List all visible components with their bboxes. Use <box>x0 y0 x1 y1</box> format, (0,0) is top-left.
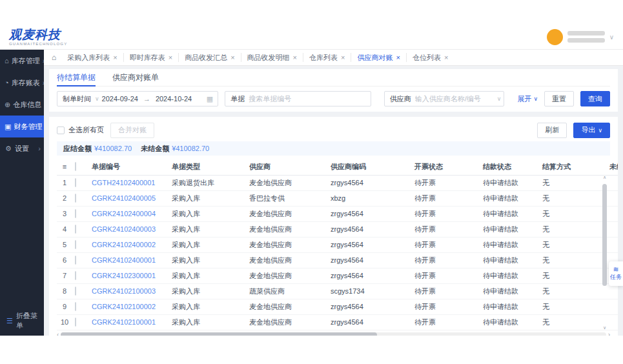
tab-label: 供应商对账 <box>357 53 393 63</box>
row-checkbox[interactable] <box>75 178 76 187</box>
vertical-scrollbar-thumb[interactable] <box>602 184 607 286</box>
horizontal-scrollbar[interactable]: ‹ › <box>57 332 610 336</box>
doc-code-link[interactable]: CGRK24102300001 <box>89 268 169 283</box>
close-icon[interactable]: × <box>230 54 234 61</box>
doc-code-link[interactable]: CGRK24102400002 <box>89 237 169 252</box>
sidebar-item-warehouse-info[interactable]: ⊕ 仓库信息 › <box>0 94 44 116</box>
tab-storage-location-list[interactable]: 仓位列表 × <box>406 53 454 62</box>
supplier-cell: 麦金地供应商 <box>247 221 328 237</box>
settle-status-cell: 待申请结款 <box>480 252 540 268</box>
sidebar-item-inventory-ledger[interactable]: ◔ 库存账表 › <box>0 72 44 94</box>
export-button[interactable]: 导出 ∨ <box>573 123 610 138</box>
row-index: 2 <box>57 190 72 206</box>
doc-type-cell: 采购入库 <box>169 283 247 299</box>
supplier-code-cell: zrgys4564 <box>328 268 412 283</box>
date-to-value[interactable]: 2024-10-24 <box>156 95 192 103</box>
sidebar-item-label: 财务管理 <box>14 122 42 132</box>
row-checkbox[interactable] <box>75 271 76 280</box>
supplier-code-cell: zrgys4564 <box>328 237 412 252</box>
tab-goods-detail[interactable]: 商品收发明细 × <box>241 53 303 62</box>
sidebar-item-inventory-manage[interactable]: ⌂ 库存管理 › <box>0 50 44 72</box>
avatar[interactable] <box>547 29 563 45</box>
horizontal-scrollbar-track[interactable] <box>61 332 606 336</box>
query-button[interactable]: 查询 <box>580 91 610 106</box>
supplier-select-field[interactable]: 供应商 输入供应商名称/编号 ∨ <box>384 91 505 106</box>
col-doc-type: 单据类型 <box>169 159 247 175</box>
date-from-value[interactable]: 2024-09-24 <box>102 95 138 103</box>
doc-code-link[interactable]: CGRK24102100001 <box>89 314 169 330</box>
supplier-cell: 麦金地供应商 <box>247 314 328 330</box>
user-menu[interactable]: ∨ <box>547 29 614 45</box>
document-search-input[interactable]: 搜索单据编号 <box>249 94 291 104</box>
document-search-field[interactable]: 单据 搜索单据编号 <box>225 91 371 106</box>
col-unsettled-amount: 未结金额 <box>607 159 618 175</box>
doc-code-link[interactable]: CGRK24102100002 <box>89 299 169 314</box>
data-table-wrap: ≡ 单据编号 单据类型 供应商 供应商编码 开票状态 结款状态 结算方式 未结金… <box>57 159 618 330</box>
close-icon[interactable]: × <box>169 54 172 61</box>
supplier-select-input[interactable]: 输入供应商名称/编号 <box>415 94 481 104</box>
chevron-down-icon: ∨ <box>598 127 602 134</box>
row-index: 7 <box>57 268 72 283</box>
merge-reconcile-button[interactable]: 合并对账 <box>110 123 154 138</box>
finance-icon: ▣ <box>5 123 11 131</box>
tab-warehouse-list[interactable]: 仓库列表 × <box>303 53 351 62</box>
scroll-up-icon[interactable]: ∧ <box>602 175 607 180</box>
tab-goods-summary[interactable]: 商品收发汇总 × <box>178 53 240 62</box>
sidebar-item-finance-manage[interactable]: ▣ 财务管理 › <box>0 116 44 137</box>
subtab-supplier-statement[interactable]: 供应商对账单 <box>112 69 159 86</box>
doc-type-cell: 采购退货出库 <box>169 175 247 190</box>
doc-code-link[interactable]: CGRK24102400005 <box>89 190 169 206</box>
arrow-right-icon: → <box>143 95 150 103</box>
subtab-pending-settlement[interactable]: 待结算单据 <box>57 69 96 86</box>
date-range-field[interactable]: 制单时间 ∨ 2024-09-24 → 2024-10-24 ▦ <box>57 91 218 106</box>
tab-supplier-reconciliation[interactable]: 供应商对账 × <box>351 53 405 62</box>
home-icon[interactable]: ⌂ <box>52 53 56 62</box>
horizontal-scrollbar-thumb[interactable] <box>61 332 377 336</box>
close-icon[interactable]: × <box>113 54 117 61</box>
doc-code-link[interactable]: CGRK24102100003 <box>89 283 169 299</box>
invoice-status-cell: 待开票 <box>412 206 480 221</box>
reset-button[interactable]: 重置 <box>544 91 574 106</box>
row-checkbox[interactable] <box>75 240 76 249</box>
doc-code-link[interactable]: CGRK24102400004 <box>89 206 169 221</box>
sidebar-item-settings[interactable]: ⚙ 设置 › <box>0 137 44 159</box>
scroll-left-icon[interactable]: ‹ <box>57 332 59 336</box>
row-checkbox[interactable] <box>75 256 76 265</box>
row-checkbox[interactable] <box>75 225 76 234</box>
select-all-checkbox[interactable] <box>57 126 65 134</box>
vertical-scrollbar[interactable]: ∧ ∨ <box>602 175 607 330</box>
supplier-code-cell: zrgys4564 <box>328 206 412 221</box>
tab-realtime-inventory[interactable]: 即时库存表 × <box>123 53 178 62</box>
collapse-menu-button[interactable]: ☰ 折叠菜单 <box>0 312 44 329</box>
scroll-down-icon[interactable]: ∨ <box>602 325 607 330</box>
row-checkbox[interactable] <box>75 194 76 203</box>
column-config-icon[interactable]: ≡ <box>57 159 72 175</box>
close-icon[interactable]: × <box>444 54 448 61</box>
expand-filters-link[interactable]: 展开 ∨ <box>517 94 538 104</box>
row-checkbox[interactable] <box>75 318 76 327</box>
tab-purchase-inbound-list[interactable]: 采购入库列表 × <box>61 53 123 62</box>
row-checkbox[interactable] <box>75 302 76 311</box>
doc-type-cell: 采购入库 <box>169 206 247 221</box>
col-supplier-code: 供应商编码 <box>328 159 412 175</box>
due-amount-label: 应结金额 <box>63 144 92 154</box>
doc-code-link[interactable]: CGRK24102400003 <box>89 221 169 237</box>
task-float-button[interactable]: ≋ 任务 <box>609 261 623 286</box>
supplier-cell: 麦金地供应商 <box>247 268 328 283</box>
settle-method-cell: 无 <box>540 175 607 190</box>
row-checkbox[interactable] <box>75 209 76 218</box>
unsettled-amount-cell <box>607 206 618 221</box>
header-checkbox[interactable] <box>75 162 76 171</box>
refresh-button[interactable]: 刷新 <box>537 123 567 138</box>
scroll-right-icon[interactable]: › <box>608 332 610 336</box>
amount-summary: 应结金额 ¥410082.70 未结金额 ¥410082.70 <box>57 141 610 156</box>
filter-bar: 制单时间 ∨ 2024-09-24 → 2024-10-24 ▦ 单据 搜索单据… <box>57 86 610 112</box>
close-icon[interactable]: × <box>396 54 400 61</box>
close-icon[interactable]: × <box>341 54 345 61</box>
close-icon[interactable]: × <box>293 54 297 61</box>
settle-method-cell: 无 <box>540 206 607 221</box>
unsettled-amount-cell <box>607 175 618 190</box>
row-checkbox[interactable] <box>75 287 76 296</box>
doc-code-link[interactable]: CGTH24102400001 <box>89 175 169 190</box>
doc-code-link[interactable]: CGRK24102400001 <box>89 252 169 268</box>
